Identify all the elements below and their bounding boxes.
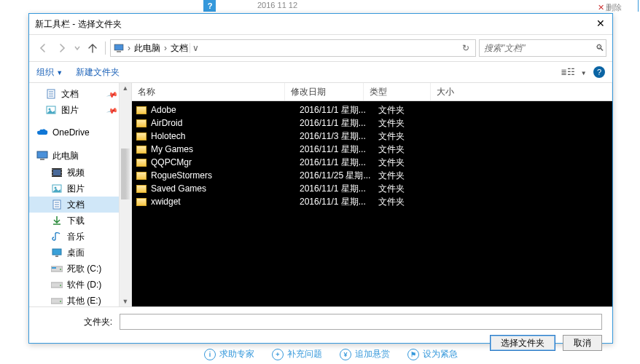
organize-button[interactable]: 组织 ▼ bbox=[36, 66, 63, 79]
search-icon[interactable]: 🔍︎ bbox=[596, 43, 604, 53]
drive-icon bbox=[51, 295, 63, 306]
file-row[interactable]: Saved Games2016/11/1 星期...文件夹 bbox=[132, 182, 612, 195]
breadcrumb-root[interactable]: 此电脑 bbox=[134, 42, 160, 55]
file-type: 文件夹 bbox=[378, 104, 445, 116]
tree-label: 此电脑 bbox=[52, 150, 79, 162]
action-answer[interactable]: +补充问题 bbox=[272, 348, 322, 360]
file-row[interactable]: My Games2016/11/1 星期...文件夹 bbox=[132, 143, 612, 156]
cancel-button[interactable]: 取消 bbox=[563, 335, 602, 351]
tree-label: OneDrive bbox=[52, 127, 90, 138]
file-row[interactable]: AirDroid2016/11/1 星期...文件夹 bbox=[132, 116, 612, 130]
onedrive-icon bbox=[36, 127, 48, 138]
action-reward[interactable]: ¥追加悬赏 bbox=[340, 348, 390, 360]
file-row[interactable]: RogueStormers2016/11/25 星期...文件夹 bbox=[132, 169, 612, 182]
chevron-down-icon: ▼ bbox=[56, 69, 63, 76]
file-row[interactable]: Adobe2016/11/1 星期...文件夹 bbox=[132, 103, 612, 116]
background-delete[interactable]: ✕删除 bbox=[598, 2, 622, 13]
back-button[interactable] bbox=[35, 40, 51, 56]
tree-video[interactable]: 视频 bbox=[29, 165, 131, 181]
help-icon[interactable]: ? bbox=[593, 66, 605, 78]
flag-icon: ⚑ bbox=[407, 349, 419, 360]
file-rows-container: Adobe2016/11/1 星期...文件夹AirDroid2016/11/1… bbox=[132, 100, 612, 306]
tree-label: 下载 bbox=[67, 215, 85, 227]
tree-desktop[interactable]: 桌面 bbox=[29, 245, 131, 261]
recent-dropdown[interactable] bbox=[73, 40, 82, 56]
folder-icon bbox=[136, 172, 147, 180]
nav-row: › 此电脑 › 文档 ∨ ↻ 🔍︎ bbox=[29, 35, 612, 61]
tree-label: 文档 bbox=[67, 199, 85, 211]
tree-label: 桌面 bbox=[67, 247, 85, 259]
svg-point-19 bbox=[55, 187, 57, 189]
col-date[interactable]: 修改日期 bbox=[285, 83, 364, 100]
tree-label: 图片 bbox=[67, 183, 85, 195]
col-type[interactable]: 类型 bbox=[364, 83, 431, 100]
folder-icon bbox=[136, 198, 147, 206]
svg-rect-28 bbox=[52, 267, 56, 269]
svg-point-31 bbox=[60, 285, 61, 286]
search-input[interactable] bbox=[483, 42, 596, 54]
view-options-button[interactable]: ≣☷ ▼ bbox=[561, 67, 586, 77]
new-folder-button[interactable]: 新建文件夹 bbox=[76, 66, 120, 79]
scroll-thumb[interactable] bbox=[121, 149, 130, 199]
svg-rect-16 bbox=[61, 172, 63, 173]
tree-label: 图片 bbox=[61, 104, 79, 116]
scroll-up-icon[interactable]: ▲ bbox=[120, 83, 131, 93]
file-row[interactable]: QQPCMgr2016/11/1 星期...文件夹 bbox=[132, 156, 612, 169]
svg-rect-11 bbox=[53, 170, 61, 175]
tree-thispc[interactable]: 此电脑 bbox=[29, 147, 131, 165]
file-type: 文件夹 bbox=[378, 196, 445, 208]
tree-music[interactable]: 音乐 bbox=[29, 229, 131, 245]
desktop-icon bbox=[51, 247, 63, 258]
search-box[interactable]: 🔍︎ bbox=[479, 39, 606, 57]
folder-icon bbox=[136, 132, 147, 141]
tree-drive-c[interactable]: 死歌 (C:) bbox=[29, 261, 131, 277]
pictures-icon bbox=[45, 104, 57, 116]
action-urgent[interactable]: ⚑设为紧急 bbox=[407, 348, 458, 360]
pictures-icon bbox=[51, 183, 63, 194]
breadcrumb-current[interactable]: 文档 bbox=[171, 42, 188, 55]
address-bar[interactable]: › 此电脑 › 文档 ∨ ↻ bbox=[110, 39, 476, 57]
chevron-right-icon[interactable]: › bbox=[162, 43, 169, 53]
address-dropdown[interactable]: ∨ bbox=[190, 43, 201, 53]
file-date: 2016/11/1 星期... bbox=[300, 157, 378, 169]
svg-rect-12 bbox=[52, 169, 53, 170]
svg-rect-13 bbox=[52, 172, 53, 173]
scroll-down-icon[interactable]: ▼ bbox=[120, 296, 131, 306]
action-expert[interactable]: i求助专家 bbox=[204, 348, 254, 360]
file-name: QQPCMgr bbox=[151, 157, 300, 167]
up-button[interactable] bbox=[85, 40, 101, 56]
tree-documents[interactable]: 文档 bbox=[29, 197, 131, 213]
forward-button[interactable] bbox=[54, 40, 70, 56]
music-icon bbox=[51, 231, 63, 242]
tree-downloads[interactable]: 下载 bbox=[29, 213, 131, 229]
tree-onedrive[interactable]: OneDrive bbox=[29, 124, 131, 141]
delete-x-icon: ✕ bbox=[598, 3, 604, 12]
file-row[interactable]: Holotech2016/11/3 星期...文件夹 bbox=[132, 130, 612, 143]
tree-pictures[interactable]: 图片 bbox=[29, 181, 131, 197]
select-folder-button[interactable]: 选择文件夹 bbox=[490, 335, 555, 351]
col-size[interactable]: 大小 bbox=[431, 83, 612, 100]
plus-icon: + bbox=[272, 349, 284, 360]
tree-drive-d[interactable]: 软件 (D:) bbox=[29, 277, 131, 293]
refresh-icon[interactable]: ↻ bbox=[459, 43, 472, 53]
background-date: 2016 11 12 bbox=[257, 1, 297, 9]
chevron-right-icon[interactable]: › bbox=[125, 43, 133, 53]
col-name[interactable]: 名称 bbox=[132, 83, 285, 100]
file-date: 2016/11/1 星期... bbox=[300, 183, 378, 195]
file-date: 2016/11/25 星期... bbox=[300, 170, 378, 182]
file-list-pane: 名称 修改日期 类型 大小 Adobe2016/11/1 星期...文件夹Air… bbox=[132, 83, 612, 306]
tree-drive-e[interactable]: 其他 (E:) bbox=[29, 293, 131, 306]
pc-icon bbox=[114, 43, 124, 53]
coin-icon: ¥ bbox=[340, 349, 351, 360]
folder-label: 文件夹: bbox=[39, 316, 120, 328]
file-row[interactable]: xwidget2016/11/1 星期...文件夹 bbox=[132, 195, 612, 208]
close-icon[interactable]: ✕ bbox=[593, 17, 608, 31]
delete-label: 删除 bbox=[606, 3, 622, 12]
tree-scrollbar[interactable]: ▲ ▼ bbox=[119, 83, 131, 306]
file-name: RogueStormers bbox=[151, 170, 300, 181]
column-headers[interactable]: 名称 修改日期 类型 大小 bbox=[132, 83, 612, 101]
tree-quick-pics[interactable]: 图片📌 bbox=[29, 102, 131, 118]
tree-quick-docs[interactable]: 文档📌 bbox=[29, 86, 131, 102]
file-name: My Games bbox=[151, 144, 300, 154]
folder-input[interactable] bbox=[120, 314, 602, 330]
